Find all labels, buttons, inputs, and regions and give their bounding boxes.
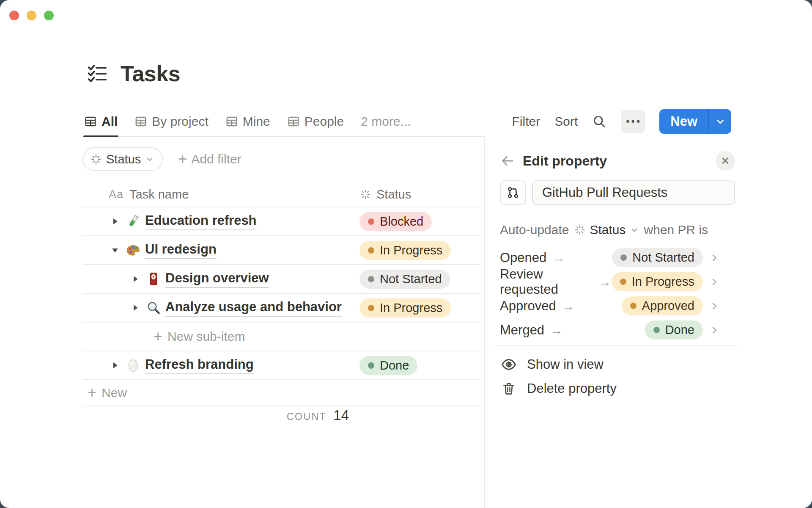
- column-header-status[interactable]: Status: [359, 188, 411, 202]
- delete-property-button[interactable]: Delete property: [500, 376, 735, 400]
- auto-update-suffix: when PR is: [644, 223, 708, 237]
- collapse-toggle-icon[interactable]: [107, 245, 123, 255]
- new-dropdown-button[interactable]: [708, 109, 731, 134]
- table-row[interactable]: Analyze usage and behavior In Progress: [82, 294, 480, 323]
- new-row-label: New: [102, 386, 127, 400]
- status-filter-label: Status: [106, 152, 141, 166]
- table-view-icon: [134, 115, 147, 128]
- mapping-row-approved[interactable]: Approved → Approved: [500, 294, 720, 318]
- tabs-more-label: 2 more...: [361, 114, 411, 129]
- search-icon[interactable]: [592, 114, 606, 129]
- table-view-icon: [84, 115, 97, 128]
- status-badge: In Progress: [359, 298, 451, 318]
- arrow-right-icon: →: [562, 299, 575, 313]
- auto-update-property-select[interactable]: Status: [574, 223, 639, 237]
- column-header-task-name[interactable]: Task name: [129, 188, 189, 202]
- status-cell[interactable]: Done: [359, 356, 417, 375]
- table-view-icon: [287, 115, 300, 128]
- expand-toggle-icon[interactable]: [107, 216, 123, 226]
- status-badge: Blocked: [359, 212, 432, 231]
- expand-toggle-icon[interactable]: [127, 274, 143, 284]
- chevron-right-icon[interactable]: [709, 301, 720, 312]
- table-view-icon: [225, 115, 238, 128]
- status-cell[interactable]: In Progress: [359, 298, 451, 318]
- count-summary[interactable]: COUNT 14: [82, 407, 349, 423]
- plus-icon: +: [178, 152, 187, 167]
- status-property-icon: [359, 188, 371, 200]
- more-options-button[interactable]: •••: [621, 110, 645, 133]
- status-badge: In Progress: [359, 241, 451, 260]
- task-title[interactable]: Education refresh: [145, 213, 257, 230]
- chevron-right-icon[interactable]: [709, 325, 720, 336]
- mapping-row-review-requested[interactable]: Review requested → In Progress: [500, 270, 720, 294]
- window-controls: [9, 11, 54, 20]
- status-dot: [653, 327, 660, 333]
- minimize-window-button[interactable]: [27, 11, 36, 20]
- table-row[interactable]: Refresh branding Done: [82, 351, 480, 380]
- close-window-button[interactable]: [9, 11, 19, 20]
- new-sub-item-button[interactable]: + New sub-item: [82, 323, 480, 351]
- status-dot: [368, 362, 374, 369]
- test-tube-icon: [125, 213, 142, 230]
- filter-button[interactable]: Filter: [512, 114, 540, 129]
- tab-mine[interactable]: Mine: [225, 107, 270, 136]
- status-dot: [620, 254, 627, 261]
- table-row[interactable]: Education refresh Blocked: [82, 207, 480, 236]
- tab-by-project[interactable]: By project: [134, 107, 208, 136]
- chevron-right-icon[interactable]: [709, 276, 720, 287]
- status-dot: [368, 218, 374, 225]
- plus-icon: +: [154, 329, 162, 344]
- status-cell[interactable]: Not Started: [359, 270, 450, 289]
- chevron-right-icon[interactable]: [709, 252, 720, 263]
- trash-icon: [500, 381, 518, 396]
- add-filter-button[interactable]: + Add filter: [178, 152, 241, 167]
- table-header: Aa Task name Status: [82, 182, 480, 207]
- show-in-view-label: Show in view: [527, 357, 604, 372]
- table-row[interactable]: UI redesign In Progress: [82, 236, 480, 265]
- expand-toggle-icon[interactable]: [107, 360, 123, 370]
- status-filter-chip[interactable]: Status: [82, 147, 163, 171]
- tasks-table: Aa Task name Status: [82, 182, 480, 406]
- status-dot: [368, 247, 374, 254]
- chevron-down-icon: [715, 116, 726, 127]
- git-pull-request-icon: [506, 186, 520, 199]
- arrow-right-icon: →: [552, 251, 565, 265]
- task-title[interactable]: UI redesign: [145, 242, 217, 259]
- new-button[interactable]: New: [659, 109, 708, 134]
- status-property-icon: [90, 153, 102, 165]
- task-title[interactable]: Analyze usage and behavior: [165, 299, 342, 317]
- mapping-row-merged[interactable]: Merged → Done: [500, 318, 720, 342]
- back-arrow-icon[interactable]: [500, 153, 518, 168]
- property-name-input[interactable]: [532, 180, 735, 205]
- auto-update-property-label: Status: [590, 223, 625, 237]
- close-icon[interactable]: ✕: [716, 151, 735, 171]
- arrow-right-icon: →: [550, 323, 563, 337]
- new-row-button[interactable]: + New: [82, 380, 480, 406]
- status-badge: Not Started: [359, 270, 450, 289]
- status-dot: [620, 279, 626, 285]
- edit-property-panel: Edit property ✕ Auto-update: [484, 136, 812, 508]
- status-badge: Approved: [622, 296, 703, 315]
- tab-people[interactable]: People: [287, 107, 344, 136]
- mapping-row-opened[interactable]: Opened → Not Started: [500, 246, 720, 270]
- status-badge: Done: [359, 356, 417, 375]
- zoom-window-button[interactable]: [44, 11, 54, 20]
- expand-toggle-icon[interactable]: [127, 303, 143, 313]
- task-title[interactable]: Refresh branding: [145, 357, 254, 374]
- status-cell[interactable]: Blocked: [359, 212, 432, 231]
- show-in-view-button[interactable]: Show in view: [500, 352, 735, 376]
- chevron-down-icon: [145, 155, 154, 164]
- auto-update-row: Auto-update Status when PR is: [500, 220, 735, 240]
- status-badge: In Progress: [612, 272, 703, 291]
- tab-all[interactable]: All: [84, 107, 118, 136]
- status-cell[interactable]: In Progress: [359, 241, 451, 260]
- status-property-icon: [574, 224, 586, 236]
- tab-label: By project: [152, 114, 208, 129]
- sort-button[interactable]: Sort: [554, 114, 578, 129]
- property-type-button[interactable]: [500, 180, 526, 205]
- table-row[interactable]: Design overview Not Started: [82, 265, 480, 294]
- add-filter-label: Add filter: [191, 152, 241, 166]
- task-title[interactable]: Design overview: [165, 271, 269, 288]
- count-label: COUNT: [287, 411, 326, 422]
- tabs-more-button[interactable]: 2 more...: [361, 107, 411, 136]
